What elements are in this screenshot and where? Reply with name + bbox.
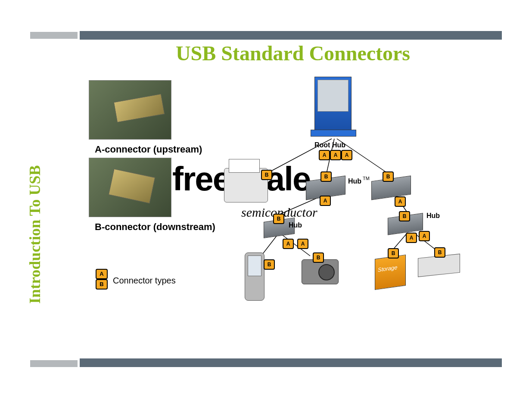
label-hub: Hub (426, 212, 440, 220)
label-root-hub: Root Hub (314, 141, 345, 149)
decoration-bar (30, 32, 78, 39)
port-badge-b: B (273, 214, 284, 224)
port-badge-a: A (297, 239, 308, 249)
label-b-connector: B-connector (downstream) (95, 221, 215, 233)
port-badge-a: A (320, 196, 331, 206)
port-badge-a: A (330, 150, 341, 160)
port-badge-a: A (341, 150, 352, 160)
trademark: TM (363, 176, 370, 181)
port-badge-b: B (264, 259, 275, 270)
port-badge-a: A (406, 233, 417, 243)
port-badge-a: A (419, 231, 430, 241)
port-badge-b: B (434, 247, 445, 258)
port-badge-b: B (383, 171, 394, 182)
phone-icon (245, 252, 264, 301)
label-connector-types: Connector types (113, 276, 176, 286)
port-badge-b: B (313, 252, 324, 263)
port-badge-b: B (388, 248, 399, 258)
camera-icon (302, 259, 339, 284)
label-hub: Hub (348, 177, 361, 185)
root-hub-pc-icon (314, 77, 352, 133)
side-title: Introduction To USB (26, 165, 44, 304)
decoration-bar (80, 31, 502, 40)
page-title: USB Standard Connectors (129, 41, 457, 65)
port-badge-b: B (399, 211, 410, 221)
port-badge-a: A (283, 239, 294, 249)
label-hub: Hub (289, 221, 302, 229)
decoration-bar (30, 360, 78, 367)
photo-b-connector (89, 158, 171, 217)
port-badge-a: A (319, 150, 330, 160)
port-badge-a: A (395, 196, 406, 207)
port-badge-b: B (320, 171, 332, 182)
photo-a-connector (89, 80, 171, 140)
storage-label: Storage (378, 264, 398, 273)
legend-badge-a: A (96, 269, 108, 279)
port-badge-b: B (261, 170, 272, 180)
decoration-bar (80, 358, 502, 367)
slide: USB Standard Connectors Introduction To … (0, 0, 532, 411)
label-a-connector: A-connector (upstream) (95, 144, 202, 155)
legend-badge-b: B (96, 279, 108, 290)
storage-icon: Storage (375, 255, 406, 290)
